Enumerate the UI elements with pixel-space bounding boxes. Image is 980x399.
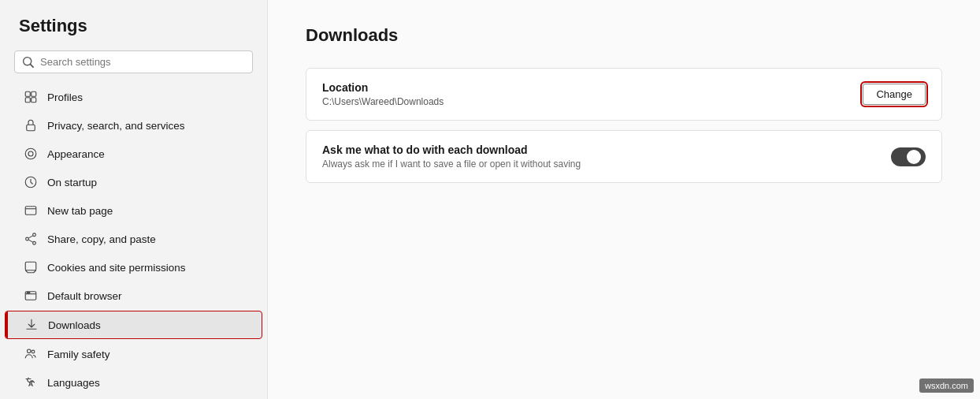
sidebar-item-appearance[interactable]: Appearance <box>5 140 262 167</box>
sidebar-item-label: Family safety <box>47 349 110 360</box>
ask-download-row: Ask me what to do with each download Alw… <box>306 131 941 182</box>
sidebar-item-label: Profiles <box>47 91 83 103</box>
svg-point-9 <box>33 233 36 237</box>
svg-rect-1 <box>32 91 36 96</box>
svg-rect-12 <box>25 262 36 270</box>
sidebar-item-default-browser[interactable]: Default browser <box>5 282 262 309</box>
sidebar-item-label: Share, copy, and paste <box>47 233 156 245</box>
svg-point-10 <box>33 241 36 244</box>
ask-download-description: Always ask me if I want to save a file o… <box>322 158 581 170</box>
sidebar: Settings Profiles Privacy, <box>0 0 268 399</box>
svg-rect-3 <box>32 98 36 103</box>
change-button[interactable]: Change <box>863 84 926 105</box>
browser-icon <box>24 289 38 303</box>
appearance-icon <box>24 147 38 161</box>
sidebar-item-label: Cookies and site permissions <box>47 262 186 274</box>
main-content: Downloads Location C:\Users\Wareed\Downl… <box>268 0 980 399</box>
sidebar-item-label: Languages <box>47 377 100 389</box>
svg-point-5 <box>28 151 33 156</box>
search-input[interactable] <box>40 56 244 68</box>
sidebar-item-languages[interactable]: Languages <box>5 369 262 396</box>
ask-download-toggle[interactable] <box>891 147 926 166</box>
location-info: Location C:\Users\Wareed\Downloads <box>322 81 444 107</box>
svg-point-14 <box>27 293 28 294</box>
page-title: Downloads <box>306 25 942 46</box>
profile-icon <box>24 90 38 104</box>
sidebar-item-startup[interactable]: On startup <box>5 169 262 196</box>
location-section: Location C:\Users\Wareed\Downloads Chang… <box>306 68 942 121</box>
privacy-icon <box>24 118 38 132</box>
sidebar-item-label: Privacy, search, and services <box>47 120 185 132</box>
svg-point-16 <box>28 349 32 353</box>
svg-point-17 <box>32 350 35 353</box>
sidebar-item-label: New tab page <box>47 205 113 217</box>
search-icon <box>23 57 34 68</box>
svg-rect-8 <box>25 207 36 215</box>
ask-download-section: Ask me what to do with each download Alw… <box>306 130 942 183</box>
sidebar-title: Settings <box>0 16 267 50</box>
sidebar-item-privacy[interactable]: Privacy, search, and services <box>5 112 262 139</box>
sidebar-item-downloads[interactable]: Downloads <box>5 311 262 339</box>
ask-download-info: Ask me what to do with each download Alw… <box>322 144 581 170</box>
sidebar-item-label: On startup <box>47 177 97 188</box>
location-path: C:\Users\Wareed\Downloads <box>322 96 444 107</box>
newtab-icon <box>24 203 38 218</box>
svg-rect-2 <box>25 98 30 103</box>
downloads-icon <box>24 318 39 332</box>
sidebar-item-share[interactable]: Share, copy, and paste <box>5 226 262 252</box>
toggle-slider <box>891 147 926 166</box>
location-row: Location C:\Users\Wareed\Downloads Chang… <box>306 69 941 120</box>
location-label: Location <box>322 81 444 94</box>
ask-download-label: Ask me what to do with each download <box>322 144 581 156</box>
svg-rect-4 <box>27 125 35 131</box>
sidebar-item-profiles[interactable]: Profiles <box>5 84 262 110</box>
cookies-icon <box>24 260 38 274</box>
languages-icon <box>24 375 38 390</box>
startup-icon <box>24 175 38 189</box>
svg-point-6 <box>25 148 36 159</box>
sidebar-item-family-safety[interactable]: Family safety <box>5 341 262 367</box>
search-box[interactable] <box>14 50 253 73</box>
share-icon <box>24 232 38 246</box>
sidebar-item-label: Default browser <box>47 290 122 302</box>
search-box-container <box>0 50 267 83</box>
sidebar-item-newtab[interactable]: New tab page <box>5 197 262 224</box>
svg-point-15 <box>28 293 30 294</box>
sidebar-item-cookies[interactable]: Cookies and site permissions <box>5 254 262 281</box>
sidebar-item-label: Appearance <box>47 148 105 160</box>
family-icon <box>24 347 38 361</box>
svg-point-11 <box>26 237 29 241</box>
svg-rect-0 <box>25 91 30 96</box>
sidebar-item-label: Downloads <box>48 319 101 331</box>
